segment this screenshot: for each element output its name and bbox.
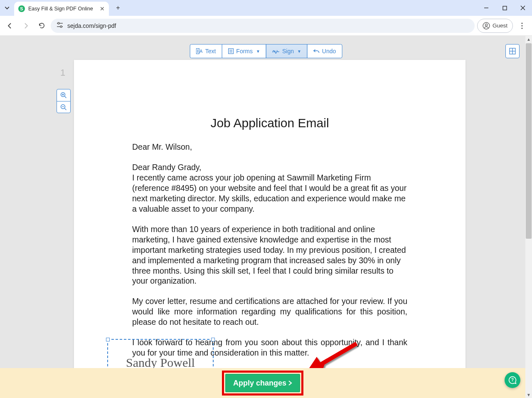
text-tool-button[interactable]: IA Text: [190, 44, 222, 58]
scroll-up-arrow[interactable]: ▲: [525, 36, 532, 42]
scroll-down-arrow[interactable]: ▼: [525, 391, 532, 398]
minimize-button[interactable]: [477, 0, 495, 16]
url-text: sejda.com/sign-pdf: [67, 22, 116, 29]
guest-label: Guest: [493, 22, 507, 29]
doc-paragraph: I recently came across your job opening …: [132, 173, 407, 214]
person-icon: [483, 22, 490, 30]
resize-handle-top-right[interactable]: [211, 338, 215, 341]
svg-point-5: [60, 26, 62, 27]
sign-tool-button[interactable]: Sign ▼: [266, 44, 308, 58]
tab-title: Easy Fill & Sign PDF Online: [28, 6, 96, 12]
doc-greeting: Dear Mr. Wilson,: [132, 142, 407, 152]
undo-icon: [313, 48, 320, 54]
zoom-out-button[interactable]: [57, 101, 70, 113]
browser-menu-button[interactable]: [515, 19, 529, 32]
doc-paragraph: My cover letter, resume and certificatio…: [132, 296, 407, 327]
forms-tool-button[interactable]: Forms ▼: [222, 44, 266, 58]
chevron-right-icon: [288, 380, 292, 386]
page-number: 1: [60, 67, 65, 78]
grid-icon: [509, 48, 516, 54]
svg-line-26: [65, 108, 66, 110]
svg-point-9: [521, 25, 522, 26]
undo-button[interactable]: Undo: [307, 44, 342, 58]
help-button[interactable]: ?: [505, 372, 520, 388]
resize-handle-top-left[interactable]: [106, 338, 110, 341]
thumbnails-grid-button[interactable]: [505, 44, 520, 58]
svg-point-8: [521, 22, 522, 24]
svg-point-4: [58, 22, 59, 24]
svg-text:I: I: [197, 49, 198, 54]
forms-icon: [228, 48, 234, 54]
svg-line-22: [65, 96, 66, 98]
document-title: Job Application Email: [132, 116, 407, 130]
signature-text: Sandy Powell: [126, 356, 195, 370]
browser-tab[interactable]: S Easy Fill & Sign PDF Online ✕: [14, 2, 109, 16]
caret-down-icon: ▼: [256, 49, 260, 54]
signature-icon: [272, 49, 280, 54]
new-tab-button[interactable]: +: [112, 2, 124, 14]
vertical-scrollbar[interactable]: ▲ ▼: [525, 36, 532, 398]
doc-paragraph: With more than 10 years of experience in…: [132, 224, 407, 287]
text-icon: IA: [196, 48, 203, 54]
scroll-thumb[interactable]: [526, 43, 532, 239]
site-settings-icon[interactable]: [57, 22, 63, 29]
address-bar[interactable]: sejda.com/sign-pdf: [51, 19, 475, 33]
close-tab-icon[interactable]: ✕: [100, 5, 105, 12]
profile-guest-chip[interactable]: Guest: [477, 19, 513, 33]
footer-bar: Apply changes: [0, 368, 525, 398]
svg-point-10: [521, 27, 522, 29]
help-icon: ?: [508, 376, 517, 384]
svg-text:?: ?: [511, 378, 514, 382]
annotation-highlight: Apply changes: [222, 371, 303, 396]
svg-text:A: A: [200, 49, 203, 54]
back-button[interactable]: [3, 19, 17, 32]
favicon-icon: S: [18, 5, 25, 12]
tabs-dropdown[interactable]: [0, 5, 14, 11]
forward-button[interactable]: [19, 19, 32, 32]
doc-greeting2: Dear Randy Grady,: [132, 162, 407, 173]
apply-changes-button[interactable]: Apply changes: [225, 374, 300, 392]
zoom-out-icon: [60, 104, 67, 111]
svg-point-7: [485, 24, 487, 26]
reload-button[interactable]: [35, 19, 48, 32]
zoom-in-button[interactable]: [57, 89, 70, 101]
maximize-button[interactable]: [495, 0, 514, 16]
caret-down-icon: ▼: [297, 49, 301, 54]
close-window-button[interactable]: [514, 0, 532, 16]
svg-rect-1: [503, 6, 507, 10]
zoom-in-icon: [60, 92, 67, 99]
